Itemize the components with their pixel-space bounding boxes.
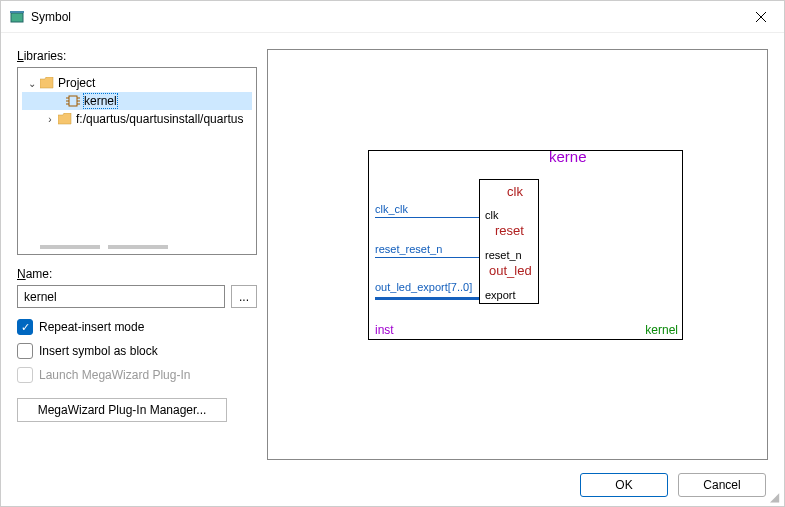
close-button[interactable] <box>738 1 784 33</box>
section-label-out-led: out_led <box>489 263 532 278</box>
repeat-insert-label: epeat-insert mode <box>48 320 145 334</box>
checkbox-icon <box>17 343 33 359</box>
name-input[interactable] <box>17 285 225 308</box>
section-label-reset: reset <box>495 223 524 238</box>
port-wire <box>375 217 479 218</box>
dialog-footer: OK Cancel ◢ <box>1 464 784 506</box>
tree-item-label: kernel <box>84 94 117 108</box>
horizontal-scrollbar[interactable] <box>20 242 254 252</box>
svg-rect-4 <box>69 96 77 106</box>
symbol-title: kerne <box>549 148 587 165</box>
instance-label: inst <box>375 323 394 337</box>
insert-block-checkbox[interactable]: Insert symbol as block <box>17 342 257 360</box>
browse-button[interactable]: ... <box>231 285 257 308</box>
port-wire <box>375 257 479 258</box>
tree-item-kernel[interactable]: kernel <box>22 92 252 110</box>
component-icon <box>66 94 80 108</box>
port-pin: export <box>485 289 535 301</box>
launch-megawizard-label: aunch MegaWizard Plug-In <box>46 368 191 382</box>
section-label-clk: clk <box>507 184 523 199</box>
chevron-right-icon[interactable]: › <box>44 114 56 125</box>
resize-grip[interactable]: ◢ <box>770 492 782 504</box>
tree-item-label: f:/quartus/quartusinstall/quartus <box>76 112 243 126</box>
port-caption: reset_reset_n <box>375 243 442 255</box>
svg-rect-1 <box>10 11 24 13</box>
close-icon <box>756 12 766 22</box>
insert-block-label: nsert symbol as block <box>42 344 157 358</box>
titlebar: Symbol <box>1 1 784 33</box>
window-title: Symbol <box>31 10 71 24</box>
folder-icon <box>40 76 54 90</box>
port-pin: clk <box>485 209 498 221</box>
ok-button[interactable]: OK <box>580 473 668 497</box>
symbol-body[interactable]: kerne clk clk_clk clk reset reset_reset_… <box>368 150 683 340</box>
port-pin: reset_n <box>485 249 535 261</box>
left-panel: Libraries: ⌄ Project kernel <box>17 49 257 460</box>
libraries-label: Libraries: <box>17 49 257 63</box>
folder-icon <box>58 112 72 126</box>
port-wire <box>375 297 479 300</box>
tree-item-quartus-lib[interactable]: › f:/quartus/quartusinstall/quartus <box>22 110 252 128</box>
chevron-down-icon[interactable]: ⌄ <box>26 78 38 89</box>
megawizard-manager-button[interactable]: MegaWizard Plug-In Manager... <box>17 398 227 422</box>
tree-item-label: Project <box>58 76 95 90</box>
checkbox-icon: ✓ <box>17 319 33 335</box>
libraries-tree[interactable]: ⌄ Project kernel › <box>17 67 257 255</box>
checkbox-icon <box>17 367 33 383</box>
repeat-insert-checkbox[interactable]: ✓ Repeat-insert mode <box>17 318 257 336</box>
app-icon <box>9 9 25 25</box>
launch-megawizard-checkbox: Launch MegaWizard Plug-In <box>17 366 257 384</box>
symbol-preview[interactable]: kerne clk clk_clk clk reset reset_reset_… <box>267 49 768 460</box>
port-caption: clk_clk <box>375 203 408 215</box>
svg-rect-0 <box>11 13 23 22</box>
port-caption: out_led_export[7..0] <box>375 281 472 293</box>
cancel-button[interactable]: Cancel <box>678 473 766 497</box>
tree-item-project[interactable]: ⌄ Project <box>22 74 252 92</box>
component-label: kernel <box>645 323 678 337</box>
name-label: Name: <box>17 267 257 281</box>
